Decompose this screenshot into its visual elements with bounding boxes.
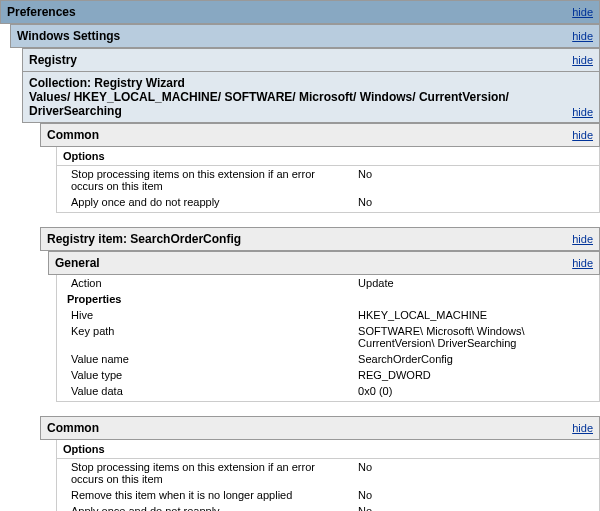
registry-title: Registry (29, 53, 77, 67)
prop-value: HKEY_LOCAL_MACHINE (358, 309, 593, 321)
hide-link-registry[interactable]: hide (572, 54, 593, 66)
common1-title: Common (47, 128, 99, 142)
action-value: Update (358, 277, 593, 289)
option-value: No (358, 461, 593, 485)
general-bar: General hide (48, 251, 600, 275)
preferences-title: Preferences (7, 5, 76, 19)
option-value: No (358, 489, 593, 501)
hide-link-registry-item[interactable]: hide (572, 233, 593, 245)
windows-settings-title: Windows Settings (17, 29, 120, 43)
registry-bar: Registry hide (22, 48, 600, 72)
hide-link-preferences[interactable]: hide (572, 6, 593, 18)
prop-label: Hive (71, 309, 358, 321)
common1-body: Options Stop processing items on this ex… (56, 147, 600, 213)
prop-value: SearchOrderConfig (358, 353, 593, 365)
table-row: Key path SOFTWARE\ Microsoft\ Windows\ C… (57, 323, 599, 351)
prop-value: 0x0 (0) (358, 385, 593, 397)
table-row: Value data 0x0 (0) (57, 383, 599, 399)
option-label: Apply once and do not reapply (71, 196, 358, 208)
common2-title: Common (47, 421, 99, 435)
option-value: No (358, 505, 593, 511)
common2-body: Options Stop processing items on this ex… (56, 440, 600, 511)
hide-link-common1[interactable]: hide (572, 129, 593, 141)
option-value: No (358, 196, 593, 208)
table-row: Hive HKEY_LOCAL_MACHINE (57, 307, 599, 323)
windows-settings-bar: Windows Settings hide (10, 24, 600, 48)
common1-options-header: Options (57, 147, 599, 166)
option-label: Stop processing items on this extension … (71, 461, 358, 485)
option-label: Stop processing items on this extension … (71, 168, 358, 192)
action-label: Action (71, 277, 358, 289)
table-row: Apply once and do not reapply No (57, 194, 599, 210)
registry-item-title: Registry item: SearchOrderConfig (47, 232, 241, 246)
option-value: No (358, 168, 593, 192)
hide-link-collection[interactable]: hide (572, 106, 593, 118)
properties-header: Properties (57, 291, 599, 307)
registry-item-bar: Registry item: SearchOrderConfig hide (40, 227, 600, 251)
collection-path: Values/ HKEY_LOCAL_MACHINE/ SOFTWARE/ Mi… (29, 90, 566, 118)
table-row: Stop processing items on this extension … (57, 459, 599, 487)
prop-label: Key path (71, 325, 358, 349)
prop-value: SOFTWARE\ Microsoft\ Windows\ CurrentVer… (358, 325, 593, 349)
hide-link-common2[interactable]: hide (572, 422, 593, 434)
collection-bar: Collection: Registry Wizard Values/ HKEY… (22, 72, 600, 123)
table-row: Value name SearchOrderConfig (57, 351, 599, 367)
table-row: Apply once and do not reapply No (57, 503, 599, 511)
general-body: Action Update Properties Hive HKEY_LOCAL… (56, 275, 600, 402)
prop-label: Value name (71, 353, 358, 365)
preferences-bar: Preferences hide (0, 0, 600, 24)
common2-options-header: Options (57, 440, 599, 459)
common1-bar: Common hide (40, 123, 600, 147)
hide-link-windows-settings[interactable]: hide (572, 30, 593, 42)
general-title: General (55, 256, 100, 270)
table-row: Value type REG_DWORD (57, 367, 599, 383)
hide-link-general[interactable]: hide (572, 257, 593, 269)
common2-bar: Common hide (40, 416, 600, 440)
option-label: Remove this item when it is no longer ap… (71, 489, 358, 501)
prop-label: Value data (71, 385, 358, 397)
table-row: Stop processing items on this extension … (57, 166, 599, 194)
prop-value: REG_DWORD (358, 369, 593, 381)
table-row: Remove this item when it is no longer ap… (57, 487, 599, 503)
prop-label: Value type (71, 369, 358, 381)
collection-title: Collection: Registry Wizard (29, 76, 566, 90)
option-label: Apply once and do not reapply (71, 505, 358, 511)
table-row: Action Update (57, 275, 599, 291)
